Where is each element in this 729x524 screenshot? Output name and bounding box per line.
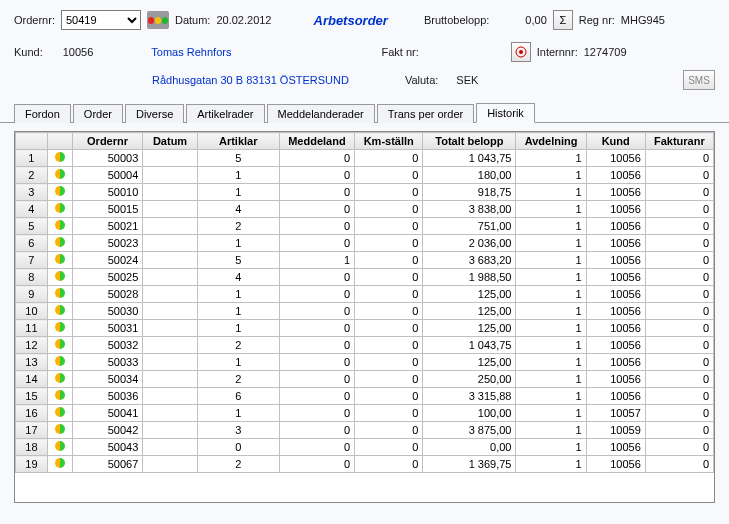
cell-kund[interactable]: 10056 — [586, 286, 645, 303]
tab-diverse[interactable]: Diverse — [125, 104, 184, 123]
cell-totalt[interactable]: 1 988,50 — [423, 269, 516, 286]
cell-totalt[interactable]: 918,75 — [423, 184, 516, 201]
cell-kund[interactable]: 10056 — [586, 439, 645, 456]
cell-totalt[interactable]: 250,00 — [423, 371, 516, 388]
cell-totalt[interactable]: 100,00 — [423, 405, 516, 422]
cell-avdelning[interactable]: 1 — [516, 320, 586, 337]
cell-meddeland[interactable]: 0 — [279, 354, 355, 371]
cell-km[interactable]: 0 — [355, 405, 423, 422]
table-row[interactable]: 1450034200250,001100560 — [16, 371, 714, 388]
intern-button[interactable] — [511, 42, 531, 62]
table-row[interactable]: 1500035001 043,751100560 — [16, 150, 714, 167]
cell-meddeland[interactable]: 0 — [279, 303, 355, 320]
table-row[interactable]: 1650041100100,001100570 — [16, 405, 714, 422]
cell-datum[interactable] — [143, 150, 198, 167]
cell-totalt[interactable]: 3 838,00 — [423, 201, 516, 218]
tab-historik[interactable]: Historik — [476, 103, 535, 123]
cell-avdelning[interactable]: 1 — [516, 269, 586, 286]
cell-meddeland[interactable]: 0 — [279, 371, 355, 388]
col-fakturanr[interactable]: Fakturanr — [645, 133, 713, 150]
cell-ordernr[interactable]: 50021 — [72, 218, 142, 235]
cell-datum[interactable] — [143, 405, 198, 422]
cell-avdelning[interactable]: 1 — [516, 184, 586, 201]
cell-datum[interactable] — [143, 167, 198, 184]
table-row[interactable]: 15500366003 315,881100560 — [16, 388, 714, 405]
cell-ordernr[interactable]: 50067 — [72, 456, 142, 473]
cell-datum[interactable] — [143, 337, 198, 354]
cell-totalt[interactable]: 1 369,75 — [423, 456, 516, 473]
cell-km[interactable]: 0 — [355, 371, 423, 388]
cell-totalt[interactable]: 125,00 — [423, 286, 516, 303]
cell-fakturanr[interactable]: 0 — [645, 388, 713, 405]
ordernr-select[interactable]: 50419 — [61, 10, 141, 30]
cell-fakturanr[interactable]: 0 — [645, 337, 713, 354]
cell-kund[interactable]: 10056 — [586, 252, 645, 269]
cell-ordernr[interactable]: 50031 — [72, 320, 142, 337]
table-row[interactable]: 550021200751,001100560 — [16, 218, 714, 235]
cell-fakturanr[interactable]: 0 — [645, 405, 713, 422]
cell-fakturanr[interactable]: 0 — [645, 167, 713, 184]
cell-km[interactable]: 0 — [355, 235, 423, 252]
cell-km[interactable]: 0 — [355, 388, 423, 405]
cell-kund[interactable]: 10056 — [586, 388, 645, 405]
tab-order[interactable]: Order — [73, 104, 123, 123]
cell-artiklar[interactable]: 2 — [197, 456, 279, 473]
cell-artiklar[interactable]: 1 — [197, 405, 279, 422]
cell-avdelning[interactable]: 1 — [516, 167, 586, 184]
cell-avdelning[interactable]: 1 — [516, 303, 586, 320]
table-row[interactable]: 19500672001 369,751100560 — [16, 456, 714, 473]
cell-datum[interactable] — [143, 286, 198, 303]
sms-button[interactable]: SMS — [683, 70, 715, 90]
cell-totalt[interactable]: 3 315,88 — [423, 388, 516, 405]
cell-totalt[interactable]: 2 036,00 — [423, 235, 516, 252]
cell-ordernr[interactable]: 50024 — [72, 252, 142, 269]
cell-kund[interactable]: 10056 — [586, 371, 645, 388]
cell-totalt[interactable]: 751,00 — [423, 218, 516, 235]
cell-artiklar[interactable]: 5 — [197, 150, 279, 167]
cell-km[interactable]: 0 — [355, 201, 423, 218]
cell-datum[interactable] — [143, 201, 198, 218]
cell-ordernr[interactable]: 50028 — [72, 286, 142, 303]
cell-datum[interactable] — [143, 320, 198, 337]
cell-meddeland[interactable]: 0 — [279, 201, 355, 218]
cell-ordernr[interactable]: 50036 — [72, 388, 142, 405]
cell-kund[interactable]: 10056 — [586, 235, 645, 252]
cell-artiklar[interactable]: 1 — [197, 354, 279, 371]
cell-avdelning[interactable]: 1 — [516, 286, 586, 303]
cell-kund[interactable]: 10056 — [586, 269, 645, 286]
cell-meddeland[interactable]: 1 — [279, 252, 355, 269]
cell-kund[interactable]: 10056 — [586, 456, 645, 473]
cell-kund[interactable]: 10057 — [586, 405, 645, 422]
cell-datum[interactable] — [143, 371, 198, 388]
table-row[interactable]: 18500430000,001100560 — [16, 439, 714, 456]
cell-meddeland[interactable]: 0 — [279, 405, 355, 422]
table-row[interactable]: 17500423003 875,001100590 — [16, 422, 714, 439]
table-row[interactable]: 1350033100125,001100560 — [16, 354, 714, 371]
cell-km[interactable]: 0 — [355, 439, 423, 456]
col-datum[interactable]: Datum — [143, 133, 198, 150]
cell-ordernr[interactable]: 50041 — [72, 405, 142, 422]
cell-artiklar[interactable]: 1 — [197, 303, 279, 320]
cell-ordernr[interactable]: 50010 — [72, 184, 142, 201]
cell-datum[interactable] — [143, 388, 198, 405]
cell-totalt[interactable]: 180,00 — [423, 167, 516, 184]
cell-artiklar[interactable]: 4 — [197, 269, 279, 286]
table-row[interactable]: 350010100918,751100560 — [16, 184, 714, 201]
cell-km[interactable]: 0 — [355, 337, 423, 354]
cell-datum[interactable] — [143, 422, 198, 439]
cell-artiklar[interactable]: 6 — [197, 388, 279, 405]
cell-kund[interactable]: 10056 — [586, 201, 645, 218]
col-kmstalln[interactable]: Km-ställn — [355, 133, 423, 150]
cell-meddeland[interactable]: 0 — [279, 286, 355, 303]
cell-avdelning[interactable]: 1 — [516, 201, 586, 218]
cell-fakturanr[interactable]: 0 — [645, 456, 713, 473]
cell-kund[interactable]: 10056 — [586, 354, 645, 371]
col-totalt[interactable]: Totalt belopp — [423, 133, 516, 150]
cell-totalt[interactable]: 0,00 — [423, 439, 516, 456]
cell-datum[interactable] — [143, 252, 198, 269]
cell-meddeland[interactable]: 0 — [279, 337, 355, 354]
col-kund[interactable]: Kund — [586, 133, 645, 150]
cell-totalt[interactable]: 3 683,20 — [423, 252, 516, 269]
cell-km[interactable]: 0 — [355, 167, 423, 184]
cell-ordernr[interactable]: 50003 — [72, 150, 142, 167]
